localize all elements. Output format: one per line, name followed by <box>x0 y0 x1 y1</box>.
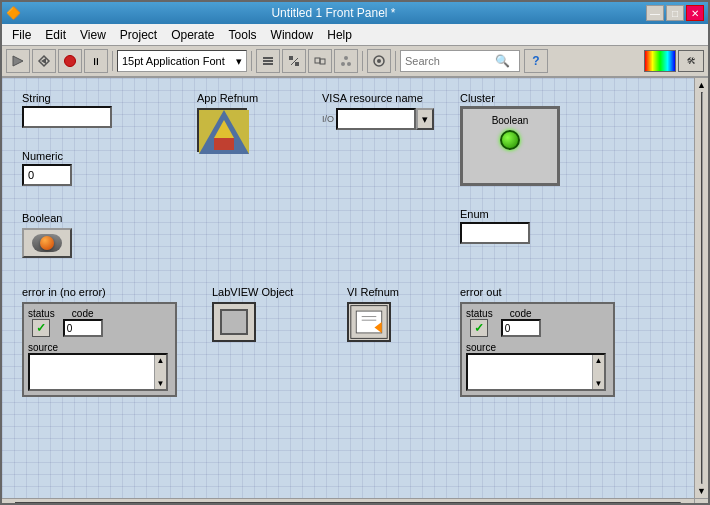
boolean-button[interactable] <box>22 228 72 258</box>
error-out-row: status ✓ code 0 <box>466 308 609 337</box>
title-bar: 🔶 Untitled 1 Front Panel * — □ ✕ <box>2 2 708 24</box>
error-in-control: error in (no error) status ✓ code 0 <box>22 286 177 397</box>
reorder-button[interactable] <box>334 49 358 73</box>
color-palette[interactable] <box>644 50 676 72</box>
resize-grip[interactable]: ⊞ <box>694 499 708 505</box>
enum-control: Enum <box>460 208 530 244</box>
error-out-code-text: 0 <box>505 323 511 334</box>
error-out-source-box[interactable]: ▲ ▼ <box>466 353 606 391</box>
app-refnum-label: App Refnum <box>197 92 258 104</box>
window-title: Untitled 1 Front Panel * <box>21 6 646 20</box>
menu-window[interactable]: Window <box>265 26 320 44</box>
error-out-control: error out status ✓ code 0 <box>460 286 615 397</box>
main-wrapper: String App Refnum VISA resou <box>2 78 708 498</box>
search-icon: 🔍 <box>495 54 510 68</box>
app-refnum-control: App Refnum <box>197 92 258 152</box>
error-in-status-indicator: ✓ <box>32 319 50 337</box>
visa-input[interactable] <box>336 108 416 130</box>
error-in-scrollbar[interactable]: ▲ ▼ <box>154 355 166 389</box>
bottom-bar: ◀ ▶ ⊞ <box>2 498 708 505</box>
vi-refnum-icon[interactable] <box>347 302 391 342</box>
labview-obj-inner <box>220 309 248 335</box>
window-icon: 🔶 <box>6 6 21 20</box>
error-out-code-value[interactable]: 0 <box>501 319 541 337</box>
svg-point-14 <box>377 59 381 63</box>
app-refnum-icon[interactable] <box>197 108 247 152</box>
scroll-thumb-vertical[interactable] <box>701 92 703 484</box>
scroll-up-button[interactable]: ▲ <box>697 80 706 90</box>
svg-rect-17 <box>214 138 234 150</box>
svg-point-11 <box>341 62 345 66</box>
svg-rect-3 <box>263 60 273 62</box>
menu-operate[interactable]: Operate <box>165 26 220 44</box>
error-out-label: error out <box>460 286 615 298</box>
horizontal-scrollbar[interactable]: ◀ ▶ <box>2 499 694 505</box>
cluster-inner-label: Boolean <box>492 115 529 126</box>
svg-point-12 <box>347 62 351 66</box>
font-selector-text: 15pt Application Font <box>122 55 225 67</box>
error-in-checkmark: ✓ <box>36 321 46 335</box>
error-in-source-box[interactable]: ▲ ▼ <box>28 353 168 391</box>
vertical-scrollbar[interactable]: ▲ ▼ <box>694 78 708 498</box>
svg-rect-4 <box>263 63 273 65</box>
scroll-up-arrow-out[interactable]: ▲ <box>594 355 604 366</box>
menu-view[interactable]: View <box>74 26 112 44</box>
menu-tools[interactable]: Tools <box>223 26 263 44</box>
enum-label: Enum <box>460 208 530 220</box>
string-input[interactable] <box>22 106 112 128</box>
cluster-boolean-led[interactable] <box>500 130 520 150</box>
error-out-source-label: source <box>466 342 496 353</box>
error-out-scrollbar[interactable]: ▲ ▼ <box>592 355 604 389</box>
enum-input[interactable] <box>460 222 530 244</box>
cluster-box[interactable]: Boolean <box>460 106 560 186</box>
close-button[interactable]: ✕ <box>686 5 704 21</box>
labview-obj-control: LabVIEW Object <box>212 286 293 342</box>
menu-bar: File Edit View Project Operate Tools Win… <box>2 24 708 46</box>
abort-button[interactable] <box>58 49 82 73</box>
svg-rect-5 <box>289 56 293 60</box>
scroll-left-button[interactable]: ◀ <box>2 502 13 506</box>
error-out-source-section: source ▲ ▼ <box>466 341 609 391</box>
svg-rect-2 <box>263 57 273 59</box>
error-out-status-label: status <box>466 308 493 319</box>
panel-area[interactable]: String App Refnum VISA resou <box>2 78 694 498</box>
pause-button[interactable]: ⏸ <box>84 49 108 73</box>
menu-edit[interactable]: Edit <box>39 26 72 44</box>
scroll-thumb-horizontal[interactable] <box>15 502 681 506</box>
align-button[interactable] <box>256 49 280 73</box>
scroll-down-button[interactable]: ▼ <box>697 486 706 496</box>
font-selector[interactable]: 15pt Application Font ▾ <box>117 50 247 72</box>
scroll-down-arrow[interactable]: ▼ <box>156 378 166 389</box>
maximize-button[interactable]: □ <box>666 5 684 21</box>
run-arrow-button[interactable] <box>6 49 30 73</box>
toolbar-separator-3 <box>362 51 363 71</box>
svg-rect-8 <box>315 58 320 63</box>
resize-button[interactable] <box>308 49 332 73</box>
cluster-label: Cluster <box>460 92 560 104</box>
error-in-code-label: code <box>72 308 94 319</box>
svg-marker-0 <box>13 56 23 66</box>
minimize-button[interactable]: — <box>646 5 664 21</box>
scroll-down-arrow-out[interactable]: ▼ <box>594 378 604 389</box>
scroll-up-arrow[interactable]: ▲ <box>156 355 166 366</box>
numeric-input[interactable]: 0 <box>22 164 72 186</box>
search-input[interactable] <box>405 55 495 67</box>
labview-obj-icon[interactable] <box>212 302 256 342</box>
menu-help[interactable]: Help <box>321 26 358 44</box>
error-in-code-value[interactable]: 0 <box>63 319 103 337</box>
tools-palette[interactable]: 🛠 <box>678 50 704 72</box>
distribute-button[interactable] <box>282 49 306 73</box>
error-in-label: error in (no error) <box>22 286 177 298</box>
error-out-cluster: status ✓ code 0 sourc <box>460 302 615 397</box>
visa-prefix: I/O <box>322 114 334 124</box>
menu-project[interactable]: Project <box>114 26 163 44</box>
visa-dropdown-button[interactable]: ▾ <box>416 108 434 130</box>
search-box[interactable]: 🔍 <box>400 50 520 72</box>
env-button[interactable] <box>367 49 391 73</box>
menu-file[interactable]: File <box>6 26 37 44</box>
help-button[interactable]: ? <box>524 49 548 73</box>
scroll-right-button[interactable]: ▶ <box>683 502 694 506</box>
run-cont-button[interactable] <box>32 49 56 73</box>
visa-input-group: I/O ▾ <box>322 108 434 130</box>
cluster-control: Cluster Boolean <box>460 92 560 186</box>
